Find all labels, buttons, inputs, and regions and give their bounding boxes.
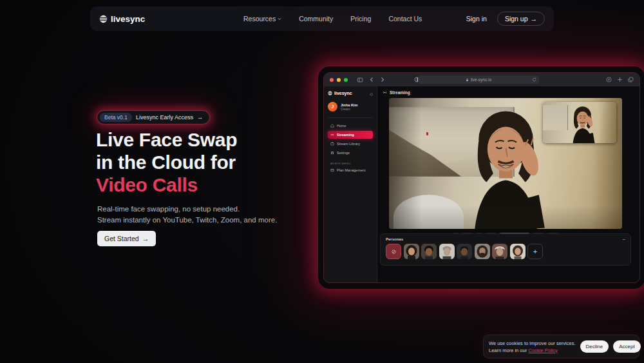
user-profile[interactable]: J Jinha Kim Creator bbox=[328, 102, 373, 112]
nav-auth: Sign in Sign up → bbox=[466, 12, 545, 26]
sidebar-item-home[interactable]: Home bbox=[328, 122, 373, 130]
downloads-icon[interactable] bbox=[606, 77, 612, 83]
subtitle-line-1: Real-time face swapping, no setup needed… bbox=[97, 204, 277, 215]
avatar: J bbox=[328, 102, 337, 112]
close-window-button[interactable] bbox=[330, 78, 334, 82]
persona-face-thumbnail[interactable] bbox=[492, 244, 507, 259]
card-icon bbox=[330, 168, 334, 172]
app-main: Streaming bbox=[377, 86, 639, 282]
collapse-panel-icon[interactable]: – bbox=[623, 238, 625, 240]
sign-in-link[interactable]: Sign in bbox=[466, 15, 487, 23]
chevron-down-icon bbox=[278, 17, 281, 21]
app-brand-name: livesync bbox=[334, 91, 352, 95]
accept-cookies-button[interactable]: Accept bbox=[613, 340, 640, 353]
page-title: Live Face Swap in the Cloud for Video Ca… bbox=[96, 128, 237, 196]
library-icon bbox=[330, 142, 334, 146]
collapse-sidebar-icon[interactable] bbox=[368, 92, 373, 97]
sliders-icon bbox=[330, 151, 334, 155]
sidebar-item-stream-library[interactable]: Stream Library bbox=[328, 140, 373, 148]
streaming-page-header: Streaming bbox=[383, 90, 639, 95]
circle-slash-icon bbox=[390, 248, 397, 255]
sidebar-item-streaming[interactable]: Streaming bbox=[328, 131, 373, 139]
browser-sidebar-toggle-icon[interactable] bbox=[357, 77, 363, 83]
nav-link-resources[interactable]: Resources bbox=[243, 15, 281, 23]
title-line-3-accent: Video Calls bbox=[96, 173, 237, 196]
early-access-badge[interactable]: Beta v0.1 Livesync Early Access → bbox=[97, 110, 210, 124]
user-name: Jinha Kim bbox=[341, 103, 357, 107]
cookie-line-1: We use cookies to improve our services. bbox=[489, 340, 576, 347]
sidebar-section-label: ADMIN MENU bbox=[330, 162, 370, 165]
forward-icon[interactable] bbox=[380, 77, 385, 83]
livesync-globe-icon bbox=[328, 91, 332, 95]
address-bar[interactable]: live-sync.io bbox=[418, 75, 539, 84]
cookie-message: We use cookies to improve our services. … bbox=[489, 340, 576, 354]
badge-text: Livesync Early Access bbox=[136, 114, 193, 121]
arrow-right-icon: → bbox=[531, 15, 538, 23]
broadcast-icon bbox=[330, 133, 334, 137]
top-navbar: livesync Resources Community Pricing Con… bbox=[90, 6, 554, 31]
broadcast-icon bbox=[383, 90, 387, 95]
zoom-window-button[interactable] bbox=[344, 78, 348, 82]
persona-tiles: + bbox=[386, 244, 625, 259]
video-preview bbox=[389, 98, 622, 229]
pip-original-video[interactable] bbox=[543, 102, 616, 143]
beta-version-tag: Beta v0.1 bbox=[100, 113, 132, 122]
persona-face-thumbnail[interactable] bbox=[421, 244, 437, 259]
decline-cookies-button[interactable]: Decline bbox=[580, 340, 609, 353]
livesync-globe-icon bbox=[99, 15, 108, 23]
browser-window: live-sync.io bbox=[324, 73, 639, 282]
back-icon[interactable] bbox=[369, 77, 374, 83]
cookie-banner: We use cookies to improve our services. … bbox=[483, 335, 639, 358]
title-line-2: in the Cloud for bbox=[96, 151, 237, 173]
minimize-window-button[interactable] bbox=[337, 78, 341, 82]
sidebar-item-settings[interactable]: Settings bbox=[328, 149, 373, 157]
brand-name: livesync bbox=[111, 14, 145, 24]
persona-face-thumbnail[interactable] bbox=[475, 244, 490, 259]
home-icon bbox=[330, 124, 334, 128]
nav-link-community[interactable]: Community bbox=[299, 15, 333, 23]
persona-face-thumbnail[interactable] bbox=[439, 244, 455, 259]
nav-link-contact[interactable]: Contact Us bbox=[388, 15, 422, 23]
browser-titlebar: live-sync.io bbox=[324, 73, 639, 86]
subtitle-line-2: Stream instantly on YouTube, Twitch, Zoo… bbox=[97, 215, 277, 226]
personas-title: Personas bbox=[386, 237, 403, 241]
arrow-right-icon: → bbox=[142, 235, 149, 242]
cookie-line-2: Learn more in our Cookie Policy bbox=[489, 347, 576, 354]
hero-subtitle: Real-time face swapping, no setup needed… bbox=[97, 204, 277, 226]
page: livesync Resources Community Pricing Con… bbox=[0, 0, 644, 363]
tabs-overview-icon[interactable] bbox=[628, 77, 634, 83]
personas-panel: Personas – bbox=[380, 233, 631, 266]
sidebar-item-plan-management[interactable]: Plan Management bbox=[328, 166, 373, 174]
brand-logo[interactable]: livesync bbox=[99, 14, 145, 24]
sidebar-divider bbox=[328, 117, 373, 118]
persona-face-thumbnail[interactable] bbox=[457, 244, 472, 259]
nav-link-pricing[interactable]: Pricing bbox=[350, 15, 371, 23]
user-role: Creator bbox=[341, 108, 357, 111]
persona-face-thumbnail[interactable] bbox=[510, 244, 526, 259]
cookie-policy-link[interactable]: Cookie Policy bbox=[528, 348, 557, 353]
persona-none-selected[interactable] bbox=[386, 244, 401, 259]
refresh-icon[interactable] bbox=[532, 77, 536, 82]
arrow-right-icon: → bbox=[197, 114, 203, 121]
sign-up-button[interactable]: Sign up → bbox=[497, 12, 545, 26]
nav-links: Resources Community Pricing Contact Us bbox=[243, 6, 422, 31]
url-text: live-sync.io bbox=[471, 77, 491, 82]
add-persona-button[interactable]: + bbox=[527, 244, 543, 259]
app-sidebar: livesync J Jinha Kim Creator bbox=[324, 86, 377, 282]
get-started-button[interactable]: Get Started → bbox=[97, 231, 156, 246]
persona-face-thumbnail[interactable] bbox=[404, 244, 419, 259]
lock-icon bbox=[466, 78, 469, 82]
new-tab-icon[interactable] bbox=[617, 77, 623, 83]
titlebar-right-icons bbox=[606, 77, 634, 83]
title-line-1: Live Face Swap bbox=[96, 128, 237, 151]
app-brand: livesync bbox=[328, 91, 373, 95]
